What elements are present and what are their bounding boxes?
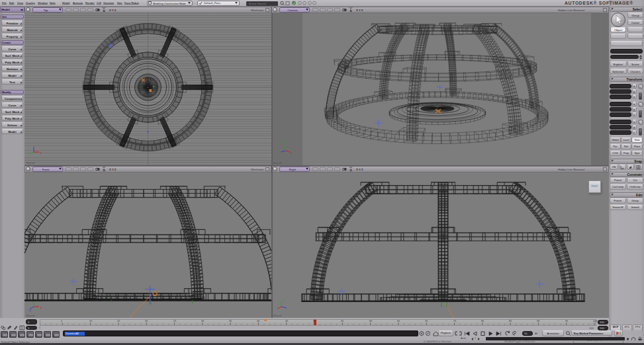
svg-text:Y: Y	[283, 299, 285, 303]
svg-text:x: x	[40, 151, 42, 155]
svg-text:x: x	[40, 306, 42, 309]
svg-text:Y: Y	[283, 141, 285, 144]
svg-text:x: x	[291, 151, 293, 155]
svg-text:Z: Z	[29, 309, 31, 312]
